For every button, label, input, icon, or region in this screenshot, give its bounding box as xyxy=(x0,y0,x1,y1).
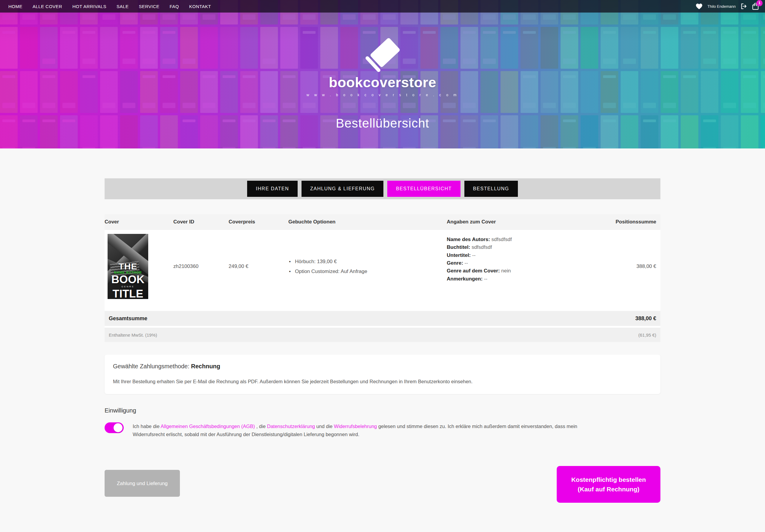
nav-item[interactable]: SALE xyxy=(117,4,129,9)
payment-method-label: Gewählte Zahlungsmethode: xyxy=(113,363,191,369)
detail-line: Anmerkungen: -- xyxy=(447,275,608,283)
consent-heading: Einwilligung xyxy=(105,407,660,414)
payment-method-box: Gewählte Zahlungsmethode: Rechnung Mit I… xyxy=(105,354,660,394)
consent-row: Ich habe die Allgemeinen Geschäftsbeding… xyxy=(105,422,660,438)
cart-badge: 1 xyxy=(756,0,763,6)
detail-line: Buchtitel: sdfsdfsdf xyxy=(447,244,608,251)
detail-line: Genre: -- xyxy=(447,259,608,267)
table-header-cell: Angaben zum Cover xyxy=(447,219,608,225)
detail-line: Untertitel: -- xyxy=(447,252,608,259)
user-name: Thilo Endemann xyxy=(707,4,736,9)
payment-method-line: Gewählte Zahlungsmethode: Rechnung xyxy=(113,363,652,370)
order-table: Cover Cover ID Coverpreis Gebuchte Optio… xyxy=(105,214,660,342)
nav-item[interactable]: ALLE COVER xyxy=(33,4,62,9)
back-button[interactable]: Zahlung und Lieferung xyxy=(105,470,180,497)
actions-row: Zahlung und Lieferung Kostenpflichtig be… xyxy=(105,466,660,503)
vat-row: Enthaltene MwSt. (19%) (61,95 €) xyxy=(105,328,660,342)
nav-item[interactable]: HOT ARRIVALS xyxy=(72,4,106,9)
cover-thumbnail[interactable]: THE NAME AUTHOR BOOK GENRE TITLE xyxy=(108,234,148,299)
toggle-knob xyxy=(114,423,123,432)
cover-cell: THE NAME AUTHOR BOOK GENRE TITLE xyxy=(105,234,173,299)
cover-id: zh2100360 xyxy=(173,264,229,269)
nav-items: HOME ALLE COVER HOT ARRIVALS SALE SERVIC… xyxy=(8,4,211,9)
consent-segment: , die xyxy=(257,424,267,429)
consent-segment: und die xyxy=(317,424,334,429)
total-label: Gesamtsumme xyxy=(109,315,147,322)
table-header-cell: Gebuchte Optionen xyxy=(288,219,447,225)
consent-segment: Ich habe die xyxy=(133,424,161,429)
cover-title-bottom: TITLE xyxy=(108,288,148,299)
table-header-row: Cover Cover ID Coverpreis Gebuchte Optio… xyxy=(105,214,660,230)
logout-button[interactable] xyxy=(740,3,747,10)
checkout-step-tab[interactable]: ZAHLUNG & LIEFERUNG xyxy=(302,181,383,197)
brand-name: bookcoverstore xyxy=(0,74,765,91)
cover-details: Name des Autors: sdfsdfsdf Buchtitel: sd… xyxy=(447,234,608,299)
table-header-cell: Cover xyxy=(105,219,173,225)
cover-author: NAME AUTHOR xyxy=(108,271,148,274)
page-title: Bestellübersicht xyxy=(0,116,765,131)
table-header-cell: Coverpreis xyxy=(229,219,288,225)
table-spacer xyxy=(105,305,660,311)
option-item: Hörbuch: 139,00 € xyxy=(288,259,447,265)
table-header-cell: Positionssumme xyxy=(608,219,660,225)
payment-info-text: Mit Ihrer Bestellung erhalten Sie per E-… xyxy=(113,379,652,384)
total-row: Gesamtsumme 388,00 € xyxy=(105,311,660,326)
hero-header: HOME ALLE COVER HOT ARRIVALS SALE SERVIC… xyxy=(0,0,765,149)
vat-value: (61,95 €) xyxy=(638,332,656,337)
consent-segment: Widerrufsbelehrung xyxy=(334,424,377,429)
brand-logo-icon xyxy=(0,35,765,78)
payment-method-value: Rechnung xyxy=(191,363,220,369)
logout-icon xyxy=(740,3,747,10)
position-sum: 388,00 € xyxy=(608,264,660,269)
cover-title-mid: BOOK xyxy=(108,274,148,285)
nav-item[interactable]: HOME xyxy=(8,4,22,9)
detail-line: Name des Autors: sdfsdfsdf xyxy=(447,236,608,244)
nav-item[interactable]: SERVICE xyxy=(139,4,159,9)
consent-segment: Allgemeinen Geschäftsbedingungen (AGB) xyxy=(161,424,255,429)
consent-toggle[interactable] xyxy=(105,422,124,433)
submit-order-button[interactable]: Kostenpflichtig bestellen (Kauf auf Rech… xyxy=(557,466,660,503)
order-row: THE NAME AUTHOR BOOK GENRE TITLE zh21003… xyxy=(105,230,660,305)
top-nav: HOME ALLE COVER HOT ARRIVALS SALE SERVIC… xyxy=(0,0,765,13)
option-item: Option Customized: Auf Anfrage xyxy=(288,268,447,274)
cart-button[interactable]: 1 xyxy=(752,3,759,10)
checkout-step-tab[interactable]: IHRE DATEN xyxy=(247,181,298,197)
detail-line: Genre auf dem Cover: nein xyxy=(447,267,608,275)
cover-price: 249,00 € xyxy=(229,264,288,269)
table-header-cell: Cover ID xyxy=(173,219,229,225)
cover-title-top: THE xyxy=(108,262,148,271)
nav-item[interactable]: KONTAKT xyxy=(189,4,211,9)
consent-text: Ich habe die Allgemeinen Geschäftsbeding… xyxy=(133,422,578,438)
heart-icon xyxy=(696,3,703,10)
favorites-button[interactable] xyxy=(696,3,703,10)
nav-item[interactable]: FAQ xyxy=(170,4,179,9)
brand-url: w w w . b o o k c o v e r s t o r e . c … xyxy=(0,93,765,97)
total-value: 388,00 € xyxy=(635,315,656,322)
checkout-steps: IHRE DATEN ZAHLUNG & LIEFERUNG BESTELLÜB… xyxy=(105,178,660,199)
vat-label: Enthaltene MwSt. (19%) xyxy=(109,332,157,337)
checkout-step-tab[interactable]: BESTELLÜBERSICHT xyxy=(387,181,460,197)
consent-segment: Datenschutzerklärung xyxy=(267,424,315,429)
booked-options: Hörbuch: 139,00 € Option Customized: Auf… xyxy=(288,255,447,278)
checkout-step-tab[interactable]: BESTELLUNG xyxy=(464,181,518,197)
